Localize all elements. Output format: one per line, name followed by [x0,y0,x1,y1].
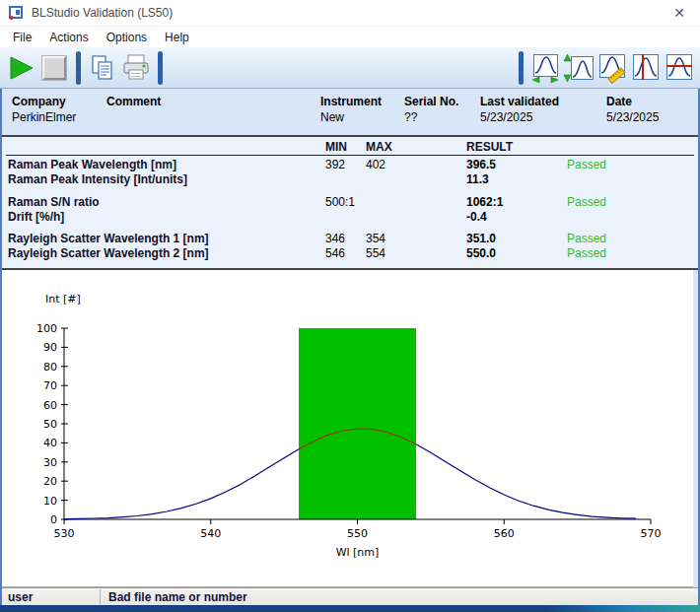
table-row: Rayleigh Scatter Wavelength 2 [nm] 546 5… [0,246,700,261]
row-min: 500:1 [325,195,355,209]
svg-text:20: 20 [43,475,57,488]
app-icon [8,5,24,21]
svg-text:80: 80 [43,361,57,374]
table-row: Raman Peak Wavelength [nm] 392 402 396.5… [0,158,700,172]
menu-bar: File Actions Options Help [0,27,700,47]
results-table: MIN MAX RESULT Raman Peak Wavelength [nm… [0,137,700,268]
fit-vertical-icon [563,52,595,84]
title-bar: BLStudio Validation (LS50) ✕ [0,0,700,27]
copy-icon [88,53,117,83]
menu-help[interactable]: Help [156,29,198,46]
row-result: 11.3 [466,172,489,186]
svg-text:Int [#]: Int [#] [45,293,81,306]
row-result: 396.5 [466,158,496,171]
svg-text:540: 540 [200,527,221,540]
row-min: 546 [325,246,345,260]
svg-text:530: 530 [54,527,75,540]
stop-icon [42,56,66,80]
window-left-border [0,89,2,605]
svg-text:50: 50 [43,418,57,431]
fit-horizontal-icon [529,52,561,84]
menu-options[interactable]: Options [98,29,156,46]
window-bottom-border [0,605,700,612]
row-label: Rayleigh Scatter Wavelength 2 [nm] [8,246,209,260]
table-header-row: MIN MAX RESULT [0,140,700,155]
row-result: 351.0 [466,232,496,245]
table-row: Rayleigh Scatter Wavelength 1 [nm] 346 3… [0,232,700,246]
horizontal-cursor-button[interactable] [664,51,695,85]
window-title: BLStudio Validation (LS50) [32,6,173,20]
header-underline [6,155,694,156]
col-max: MAX [366,140,392,154]
col-min: MIN [325,140,347,154]
svg-text:100: 100 [36,322,57,335]
vertical-cursor-icon [630,52,662,84]
row-status: Passed [567,158,606,171]
field-label: Last validated [480,95,559,108]
print-icon [120,53,152,83]
fit-vertical-button[interactable] [563,51,595,85]
run-button[interactable] [5,51,36,85]
toolbar-separator [158,51,163,85]
row-label: Raman Peak Intensity [Int/units] [8,172,187,186]
row-status: Passed [567,246,606,260]
menu-actions[interactable]: Actions [40,29,97,46]
svg-text:560: 560 [494,527,515,540]
row-max: 354 [366,232,385,245]
row-result: 550.0 [466,246,496,260]
row-label: Rayleigh Scatter Wavelength 1 [nm] [8,232,209,245]
field-serial-no: Serial No. ?? [404,95,458,124]
field-instrument: Instrument New [320,95,382,124]
row-max: 402 [366,158,385,171]
field-company: Company PerkinElmer [12,95,76,124]
table-row: Drift [%/h] -0.4 [0,210,700,225]
svg-text:550: 550 [347,527,368,540]
svg-text:30: 30 [43,456,57,469]
field-label: Serial No. [404,95,458,108]
field-label: Comment [106,95,161,108]
row-result: -0.4 [466,210,487,224]
horizontal-cursor-icon [664,52,695,84]
row-result: 1062:1 [466,195,503,209]
info-panel: Company PerkinElmer Comment Instrument N… [0,89,700,135]
status-message: Bad file name or number [108,590,247,604]
toolbar-separator [519,51,524,85]
field-comment: Comment [106,95,161,110]
row-min: 346 [325,232,345,245]
field-value: New [320,110,382,124]
close-button[interactable]: ✕ [668,4,690,22]
stop-button[interactable] [38,51,70,85]
field-label: Instrument [320,95,382,108]
svg-text:10: 10 [43,495,57,508]
field-value: 5/23/2025 [606,110,659,124]
row-max: 554 [366,246,385,260]
svg-text:570: 570 [641,527,662,540]
table-row: Raman S/N ratio 500:1 1062:1 Passed [0,195,700,210]
toolbar-separator [76,51,81,85]
svg-text:Wl [nm]: Wl [nm] [336,546,380,559]
print-button[interactable] [120,51,152,85]
app-window: BLStudio Validation (LS50) ✕ File Action… [0,0,700,612]
svg-text:0: 0 [50,513,57,526]
chart-panel: 0102030405060708090100530540550560570Wl … [0,270,700,587]
vertical-cursor-button[interactable] [630,51,662,85]
row-label: Drift [%/h] [8,210,64,224]
field-label: Company [12,95,76,108]
field-label: Date [606,95,659,108]
ruler-button[interactable] [596,51,628,85]
copy-button[interactable] [87,51,118,85]
status-bar: user Bad file name or number [0,587,700,605]
fit-horizontal-button[interactable] [529,51,561,85]
status-user: user [8,590,33,604]
field-value: PerkinElmer [12,110,76,124]
menu-file[interactable]: File [4,29,40,46]
row-status: Passed [567,232,606,245]
chart-toolbar-group [514,51,696,85]
col-result: RESULT [466,140,513,154]
ruler-icon [596,52,628,84]
field-last-validated: Last validated 5/23/2025 [480,95,559,124]
svg-text:60: 60 [43,399,57,412]
row-status: Passed [567,195,606,209]
toolbar [0,47,700,89]
run-icon [6,53,35,83]
